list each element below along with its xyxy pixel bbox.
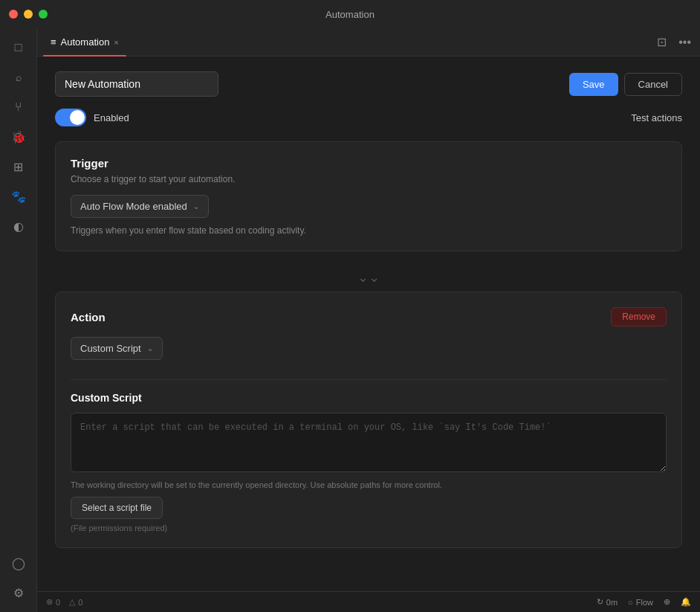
sidebar: □ ⌕ ⑂ 🐞 ⊞ 🐾 ◐ ◯ ⚙	[0, 28, 37, 612]
grid-icon: ⊞	[13, 160, 23, 174]
warning-icon: △	[69, 597, 75, 607]
enabled-row: Enabled Test actions	[55, 109, 682, 126]
file-icon: □	[15, 41, 22, 54]
settings-icon: ⚙	[13, 586, 24, 600]
split-view-button[interactable]: ⊡	[654, 32, 670, 52]
tab-bar: ≡ Automation × ⊡ •••	[37, 28, 700, 57]
tab-label: Automation	[61, 36, 110, 48]
custom-script-section-title: Custom Script	[71, 379, 667, 404]
trigger-section: Trigger Choose a trigger to start your a…	[55, 141, 682, 251]
error-icon: ⊗	[46, 597, 53, 607]
sidebar-icon-branch[interactable]: ⑂	[5, 94, 32, 120]
sidebar-icon-search[interactable]: ⌕	[5, 64, 32, 91]
chevron-down-icon: ⌄	[193, 202, 199, 210]
maximize-button[interactable]	[39, 10, 48, 19]
sidebar-icon-grid[interactable]: ⊞	[5, 153, 32, 180]
trigger-title: Trigger	[71, 157, 667, 170]
enabled-label: Enabled	[94, 112, 129, 123]
chevron-down-icon: ⌄	[147, 344, 153, 352]
chevron-divider: ⌄⌄	[55, 263, 682, 291]
sidebar-icon-account[interactable]: ◯	[5, 550, 32, 576]
flow-status[interactable]: ○ Flow	[628, 598, 653, 607]
trigger-selected-label: Auto Flow Mode enabled	[80, 201, 187, 212]
sidebar-icon-user[interactable]: ◐	[5, 213, 32, 239]
users-icon: ⊕	[664, 597, 670, 607]
trigger-description: Triggers when you enter flow state based…	[71, 225, 667, 236]
user-icon: ◐	[13, 219, 24, 233]
traffic-lights	[9, 10, 48, 19]
time-icon: ↻	[597, 597, 603, 607]
select-script-file-button[interactable]: Select a script file	[71, 497, 163, 519]
sidebar-icon-file[interactable]: □	[5, 34, 32, 61]
main-content: Save Cancel Enabled Test actions Trigger…	[37, 57, 700, 591]
bug-icon: 🐞	[11, 130, 26, 144]
bell-icon: 🔔	[681, 597, 691, 607]
titlebar: Automation	[0, 0, 700, 28]
flow-icon: ○	[628, 598, 633, 607]
remove-button[interactable]: Remove	[611, 307, 667, 326]
app-layout: □ ⌕ ⑂ 🐞 ⊞ 🐾 ◐ ◯ ⚙	[0, 28, 700, 612]
trigger-dropdown[interactable]: Auto Flow Mode enabled ⌄	[71, 195, 209, 218]
content-area: ≡ Automation × ⊡ ••• Save Cancel	[37, 28, 700, 612]
close-button[interactable]	[9, 10, 18, 19]
action-section: Action Remove Custom Script ⌄ Custom Scr…	[55, 291, 682, 548]
status-bar: ⊗ 0 △ 0 ↻ 0m ○ Flow ⊕	[37, 591, 700, 612]
action-title: Action	[71, 311, 106, 323]
more-options-button[interactable]: •••	[675, 33, 694, 52]
time-status[interactable]: ↻ 0m	[597, 597, 618, 607]
notifications-button[interactable]: 🔔	[681, 597, 691, 607]
toggle-knob	[70, 110, 85, 125]
cancel-button[interactable]: Cancel	[624, 73, 682, 96]
automation-name-input[interactable]	[55, 71, 218, 97]
enabled-toggle[interactable]	[55, 109, 86, 126]
script-help-text: The working directory will be set to the…	[71, 480, 667, 489]
sidebar-icon-pet[interactable]: 🐾	[5, 183, 32, 210]
sidebar-icon-settings[interactable]: ⚙	[5, 579, 32, 606]
sidebar-icon-bug[interactable]: 🐞	[5, 123, 32, 150]
account-icon: ◯	[12, 556, 25, 570]
users-status[interactable]: ⊕	[664, 597, 670, 607]
search-icon: ⌕	[16, 71, 22, 83]
warning-count: △ 0	[69, 597, 82, 607]
header-actions: Save Cancel	[569, 73, 682, 96]
warning-count-value: 0	[78, 598, 82, 607]
double-chevron-icon: ⌄⌄	[357, 269, 380, 286]
tab-close-button[interactable]: ×	[114, 38, 118, 47]
pet-icon: 🐾	[11, 190, 26, 204]
save-button[interactable]: Save	[569, 73, 618, 96]
header-row: Save Cancel	[55, 71, 682, 97]
action-header: Action Remove	[71, 307, 667, 326]
action-type-label: Custom Script	[80, 343, 141, 354]
flow-label: Flow	[636, 598, 653, 607]
error-count-value: 0	[56, 598, 60, 607]
tab-icon: ≡	[51, 36, 56, 48]
minimize-button[interactable]	[24, 10, 33, 19]
test-actions-button[interactable]: Test actions	[631, 112, 682, 123]
branch-icon: ⑂	[15, 100, 22, 114]
trigger-subtitle: Choose a trigger to start your automatio…	[71, 174, 667, 184]
tab-automation[interactable]: ≡ Automation ×	[43, 33, 126, 51]
file-permissions-note: (File permissions required)	[71, 524, 667, 532]
script-textarea[interactable]	[71, 413, 667, 472]
error-count: ⊗ 0	[46, 597, 60, 607]
time-value: 0m	[606, 598, 618, 607]
window-title: Automation	[325, 9, 375, 20]
action-type-dropdown[interactable]: Custom Script ⌄	[71, 337, 163, 360]
